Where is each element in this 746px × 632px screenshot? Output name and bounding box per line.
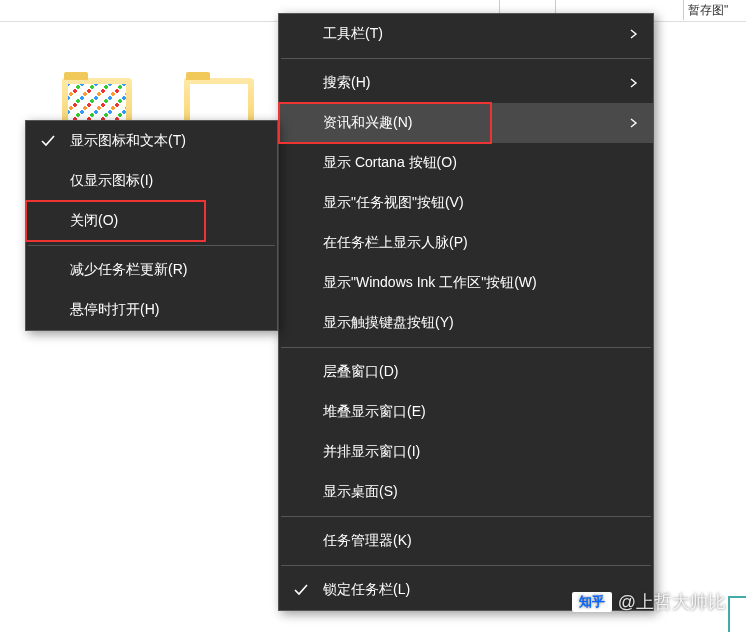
menu-item[interactable]: 任务管理器(K) [279, 521, 653, 561]
menu-item[interactable]: 层叠窗口(D) [279, 352, 653, 392]
menu-item-label: 关闭(O) [70, 212, 118, 230]
menu-item-label: 显示"任务视图"按钮(V) [323, 194, 464, 212]
menu-separator [281, 565, 651, 566]
menu-item-label: 锁定任务栏(L) [323, 581, 410, 599]
toolbar-text: 暂存图" [688, 2, 728, 19]
menu-item-label: 堆叠显示窗口(E) [323, 403, 426, 421]
menu-item-label: 显示 Cortana 按钮(O) [323, 154, 457, 172]
check-icon [293, 582, 309, 598]
menu-item[interactable]: 显示触摸键盘按钮(Y) [279, 303, 653, 343]
menu-item-label: 工具栏(T) [323, 25, 383, 43]
menu-item[interactable]: 搜索(H) [279, 63, 653, 103]
menu-item[interactable]: 在任务栏上显示人脉(P) [279, 223, 653, 263]
menu-item[interactable]: 显示"Windows Ink 工作区"按钮(W) [279, 263, 653, 303]
menu-item-label: 显示触摸键盘按钮(Y) [323, 314, 454, 332]
menu-item[interactable]: 显示图标和文本(T) [26, 121, 277, 161]
menu-separator [281, 516, 651, 517]
menu-item-label: 减少任务栏更新(R) [70, 261, 187, 279]
zhihu-logo-icon: 知乎 [572, 592, 612, 612]
chevron-right-icon [629, 29, 639, 39]
window-corner-icon [728, 596, 746, 632]
check-icon [40, 133, 56, 149]
menu-item-label: 显示桌面(S) [323, 483, 398, 501]
menu-item[interactable]: 显示"任务视图"按钮(V) [279, 183, 653, 223]
menu-item-label: 显示图标和文本(T) [70, 132, 186, 150]
menu-item-label: 悬停时打开(H) [70, 301, 159, 319]
watermark-text: @上哲大帅比 [618, 590, 726, 614]
menu-item[interactable]: 减少任务栏更新(R) [26, 250, 277, 290]
menu-item[interactable]: 关闭(O) [26, 201, 277, 241]
menu-item[interactable]: 并排显示窗口(I) [279, 432, 653, 472]
menu-item-label: 资讯和兴趣(N) [323, 114, 412, 132]
chevron-right-icon [629, 78, 639, 88]
menu-item[interactable]: 显示桌面(S) [279, 472, 653, 512]
chevron-right-icon [629, 118, 639, 128]
menu-separator [281, 58, 651, 59]
menu-item-label: 显示"Windows Ink 工作区"按钮(W) [323, 274, 537, 292]
menu-item-label: 搜索(H) [323, 74, 370, 92]
menu-item[interactable]: 工具栏(T) [279, 14, 653, 54]
menu-item[interactable]: 资讯和兴趣(N) [279, 103, 653, 143]
menu-item[interactable]: 显示 Cortana 按钮(O) [279, 143, 653, 183]
menu-item[interactable]: 仅显示图标(I) [26, 161, 277, 201]
menu-item-label: 在任务栏上显示人脉(P) [323, 234, 468, 252]
menu-separator [28, 245, 275, 246]
menu-item[interactable]: 悬停时打开(H) [26, 290, 277, 330]
taskbar-context-menu: 工具栏(T)搜索(H)资讯和兴趣(N)显示 Cortana 按钮(O)显示"任务… [278, 13, 654, 611]
menu-item-label: 并排显示窗口(I) [323, 443, 420, 461]
menu-item-label: 任务管理器(K) [323, 532, 412, 550]
menu-item[interactable]: 堆叠显示窗口(E) [279, 392, 653, 432]
menu-separator [281, 347, 651, 348]
menu-item-label: 仅显示图标(I) [70, 172, 153, 190]
news-interests-submenu: 显示图标和文本(T)仅显示图标(I)关闭(O)减少任务栏更新(R)悬停时打开(H… [25, 120, 278, 331]
menu-item-label: 层叠窗口(D) [323, 363, 398, 381]
watermark: 知乎 @上哲大帅比 [572, 590, 726, 614]
